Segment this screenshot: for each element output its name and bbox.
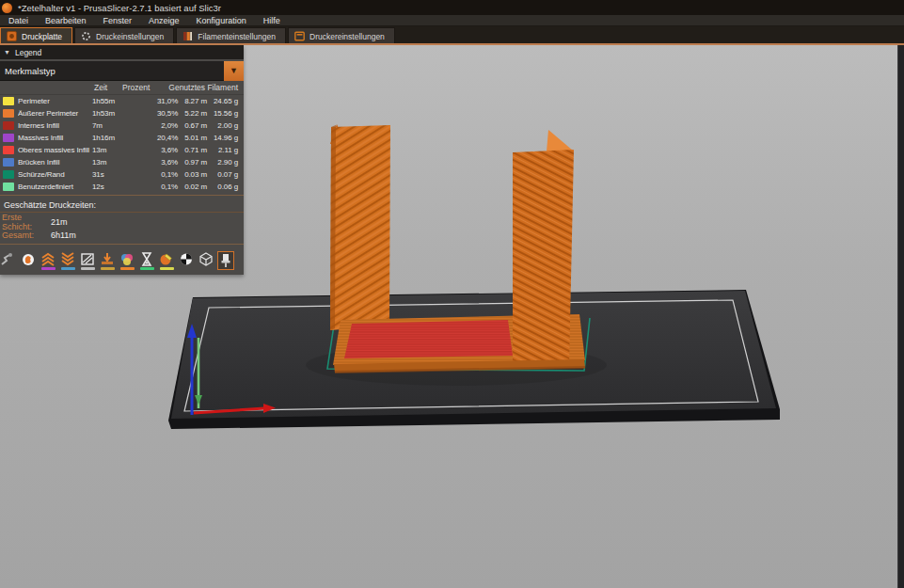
legend-row-massives-infill[interactable]: Massives Infill 1h16m 20,4% 5.01 m 14.96…	[0, 132, 244, 144]
col-zeit: Zeit	[94, 83, 107, 92]
window-title: *Zetelhalter v1 - PrusaSlicer-2.7.1 basi…	[18, 3, 221, 13]
color-chip	[3, 183, 14, 191]
printer-icon	[294, 31, 305, 41]
title-bar: *Zetelhalter v1 - PrusaSlicer-2.7.1 basi…	[0, 0, 904, 15]
print-times-heading: Geschätzte Druckzeiten:	[0, 198, 244, 213]
view-mode-dropdown[interactable]: Merkmalstyp ▼	[0, 61, 244, 81]
menu-konfiguration[interactable]: Konfiguration	[188, 15, 255, 25]
legend-row-benutzerdefiniert[interactable]: Benutzerdefiniert 12s 0,1% 0.02 m 0.06 g	[0, 181, 244, 193]
shells-icon[interactable]	[198, 252, 214, 270]
legend-panel: ▼ Legend Merkmalstyp ▼ Zeit Prozent Genu…	[0, 45, 244, 275]
prusaslicer-window: *Zetelhalter v1 - PrusaSlicer-2.7.1 basi…	[0, 0, 904, 588]
preview-toolbar	[0, 247, 244, 275]
legend-row-internes-infill[interactable]: Internes Infill 7m 2,0% 0.67 m 2.00 g	[0, 119, 244, 132]
legend-column-headers: Zeit Prozent Genutztes Filament	[0, 81, 244, 95]
color-chip	[3, 97, 14, 105]
legend-pin-icon[interactable]	[217, 251, 234, 270]
model-right-wall	[513, 130, 574, 369]
model-left-wall	[330, 124, 390, 330]
separator	[0, 195, 244, 196]
legend-row-oberes-massives-infill[interactable]: Oberes massives Infill 13m 3,6% 0.71 m 2…	[0, 144, 244, 156]
legend-rows: Perimeter 1h55m 31,0% 8.27 m 24.65 g Äuß…	[0, 95, 244, 193]
view-mode-value: Merkmalstyp	[5, 66, 56, 76]
gear-icon	[81, 31, 91, 41]
menu-hilfe[interactable]: Hilfe	[255, 15, 289, 25]
plate-icon	[7, 31, 17, 41]
legend-row-schuerze-rand[interactable]: Schürze/Rand 31s 0,1% 0.03 m 0.07 g	[0, 168, 244, 181]
seams-icon[interactable]	[79, 252, 96, 270]
legend-row-bruecken-infill[interactable]: Brücken Infill 13m 3,6% 0.97 m 2.90 g	[0, 156, 244, 168]
retractions-icon[interactable]	[59, 252, 76, 270]
menu-datei[interactable]: Datei	[0, 15, 37, 25]
col-filament: Genutztes Filament	[168, 83, 238, 92]
color-chip	[3, 170, 14, 179]
menu-bar: Datei Bearbeiten Fenster Anzeige Konfigu…	[0, 15, 904, 26]
travel-icon[interactable]	[0, 252, 17, 270]
chevron-down-icon: ▼	[230, 66, 238, 75]
dropdown-button[interactable]: ▼	[224, 61, 244, 81]
color-chip	[3, 158, 14, 167]
first-layer-time-row: Erste Schicht: 21m	[0, 215, 244, 229]
collapse-triangle-icon: ▼	[4, 49, 10, 56]
legend-header[interactable]: ▼ Legend	[0, 45, 244, 59]
color-chip	[3, 109, 14, 118]
legend-row-perimeter[interactable]: Perimeter 1h55m 31,0% 8.27 m 24.65 g	[0, 95, 244, 107]
settings-tab-bar: Druckplatte Druckeinstellungen Filamente…	[0, 26, 904, 44]
right-panel-edge	[897, 45, 904, 588]
tab-druckereinstellungen[interactable]: Druckereinstellungen	[288, 27, 395, 44]
filament-icon	[182, 31, 193, 41]
color-changes-icon[interactable]	[119, 252, 135, 270]
separator	[0, 244, 244, 245]
wipe-icon[interactable]	[20, 252, 37, 270]
tab-accent-line	[0, 43, 904, 45]
3d-viewport[interactable]: ▼ Legend Merkmalstyp ▼ Zeit Prozent Genu…	[0, 45, 904, 588]
tab-druckeinstellungen[interactable]: Druckeinstellungen	[74, 27, 174, 44]
legend-row-aeusserer-perimeter[interactable]: Äußerer Perimeter 1h53m 30,5% 5.22 m 15.…	[0, 107, 244, 119]
print-pauses-icon[interactable]	[138, 252, 155, 270]
menu-fenster[interactable]: Fenster	[95, 15, 141, 25]
color-chip	[3, 146, 14, 154]
center-of-gravity-icon[interactable]	[178, 252, 195, 270]
menu-anzeige[interactable]: Anzeige	[140, 15, 188, 25]
col-prozent: Prozent	[122, 83, 150, 92]
tab-druckplatte[interactable]: Druckplatte	[0, 27, 72, 44]
total-time-row: Gesamt: 6h11m	[0, 229, 244, 242]
color-chip	[3, 134, 14, 142]
menu-bearbeiten[interactable]: Bearbeiten	[37, 15, 95, 25]
legend-title: Legend	[15, 48, 41, 57]
tab-filamenteinstellungen[interactable]: Filamenteinstellungen	[176, 27, 286, 44]
prusaslicer-logo-icon	[2, 3, 12, 13]
tool-changes-icon[interactable]	[99, 252, 116, 270]
custom-gcodes-icon[interactable]	[158, 252, 175, 270]
color-chip	[3, 121, 14, 130]
deretractions-icon[interactable]	[40, 252, 56, 270]
